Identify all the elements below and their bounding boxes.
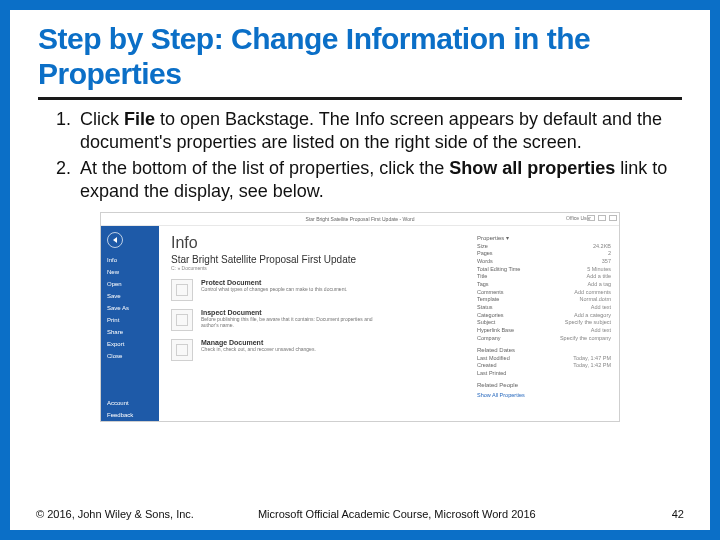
inspect-document-section: Inspect Document Before publishing this …: [171, 309, 471, 331]
document-title: Star Bright Satellite Proposal First Upd…: [171, 254, 471, 265]
prop-size: Size24.2KB: [477, 243, 611, 251]
inspect-document-icon[interactable]: [171, 309, 193, 331]
prop-categories: CategoriesAdd a category: [477, 312, 611, 320]
manage-heading: Manage Document: [201, 339, 316, 346]
slide-frame: Step by Step: Change Information in the …: [0, 0, 720, 540]
sidebar-item-new[interactable]: New: [101, 266, 159, 278]
course-name: Microsoft Official Academic Course, Micr…: [258, 508, 648, 520]
backstage-sidebar: Info New Open Save Save As Print Share E…: [101, 226, 159, 421]
slide-content: Step by Step: Change Information in the …: [10, 10, 710, 508]
copyright: © 2016, John Wiley & Sons, Inc.: [36, 508, 194, 520]
slide-footer: © 2016, John Wiley & Sons, Inc. Microsof…: [10, 508, 710, 530]
related-people-heading: Related People: [477, 382, 611, 388]
inspect-heading: Inspect Document: [201, 309, 381, 316]
protect-text: Control what types of changes people can…: [201, 286, 347, 292]
info-left-column: Info Star Bright Satellite Proposal Firs…: [171, 234, 471, 417]
manage-document-icon[interactable]: [171, 339, 193, 361]
back-arrow-icon[interactable]: [107, 232, 123, 248]
sidebar-item-account[interactable]: Account: [101, 397, 159, 409]
inspect-text: Before publishing this file, be aware th…: [201, 316, 381, 328]
properties-panel: Properties ▾ Size24.2KB Pages2 Words357 …: [471, 234, 611, 417]
prop-comments: CommentsAdd comments: [477, 289, 611, 297]
bold-show-all: Show all properties: [449, 158, 615, 178]
prop-company: CompanySpecify the company: [477, 335, 611, 343]
sidebar-item-info[interactable]: Info: [101, 254, 159, 266]
sidebar-item-open[interactable]: Open: [101, 278, 159, 290]
sidebar-item-saveas[interactable]: Save As: [101, 302, 159, 314]
step-2: At the bottom of the list of properties,…: [76, 157, 682, 204]
prop-created: CreatedToday, 1:42 PM: [477, 362, 611, 370]
sidebar-item-close[interactable]: Close: [101, 350, 159, 362]
prop-hyperlink-base: Hyperlink BaseAdd text: [477, 327, 611, 335]
word-backstage-screenshot: Star Bright Satellite Proposal First Upd…: [100, 212, 620, 422]
document-path: C: » Documents: [171, 265, 471, 271]
sidebar-item-export[interactable]: Export: [101, 338, 159, 350]
prop-words: Words357: [477, 258, 611, 266]
manage-document-section: Manage Document Check in, check out, and…: [171, 339, 471, 361]
screenshot-wrapper: Star Bright Satellite Proposal First Upd…: [38, 212, 682, 422]
show-all-properties-link[interactable]: Show All Properties: [477, 392, 611, 398]
prop-tags: TagsAdd a tag: [477, 281, 611, 289]
protect-heading: Protect Document: [201, 279, 347, 286]
prop-subject: SubjectSpecify the subject: [477, 319, 611, 327]
prop-last-printed: Last Printed: [477, 370, 611, 378]
sidebar-item-share[interactable]: Share: [101, 326, 159, 338]
related-dates-heading: Related Dates: [477, 347, 611, 353]
backstage-body: Info New Open Save Save As Print Share E…: [101, 226, 619, 421]
window-buttons: [587, 215, 617, 221]
prop-pages: Pages2: [477, 250, 611, 258]
slide-title: Step by Step: Change Information in the …: [38, 22, 682, 91]
prop-template: TemplateNormal.dotm: [477, 296, 611, 304]
page-number: 42: [672, 508, 684, 520]
prop-editing-time: Total Editing Time5 Minutes: [477, 266, 611, 274]
prop-last-modified: Last ModifiedToday, 1:47 PM: [477, 355, 611, 363]
window-titlebar: Star Bright Satellite Proposal First Upd…: [101, 213, 619, 226]
close-icon[interactable]: [609, 215, 617, 221]
sidebar-item-feedback[interactable]: Feedback: [101, 409, 159, 421]
info-heading: Info: [171, 234, 471, 252]
properties-heading[interactable]: Properties ▾: [477, 234, 611, 241]
minimize-icon[interactable]: [587, 215, 595, 221]
window-title: Star Bright Satellite Proposal First Upd…: [306, 216, 415, 222]
step-1: Click File to open Backstage. The Info s…: [76, 108, 682, 155]
bold-file: File: [124, 109, 155, 129]
protect-document-icon[interactable]: [171, 279, 193, 301]
maximize-icon[interactable]: [598, 215, 606, 221]
sidebar-item-save[interactable]: Save: [101, 290, 159, 302]
prop-status: StatusAdd text: [477, 304, 611, 312]
prop-title: TitleAdd a title: [477, 273, 611, 281]
sidebar-item-print[interactable]: Print: [101, 314, 159, 326]
steps-list: Click File to open Backstage. The Info s…: [38, 108, 682, 204]
backstage-main: Info Star Bright Satellite Proposal Firs…: [159, 226, 619, 421]
manage-text: Check in, check out, and recover unsaved…: [201, 346, 316, 352]
title-underline: [38, 97, 682, 100]
protect-document-section: Protect Document Control what types of c…: [171, 279, 471, 301]
